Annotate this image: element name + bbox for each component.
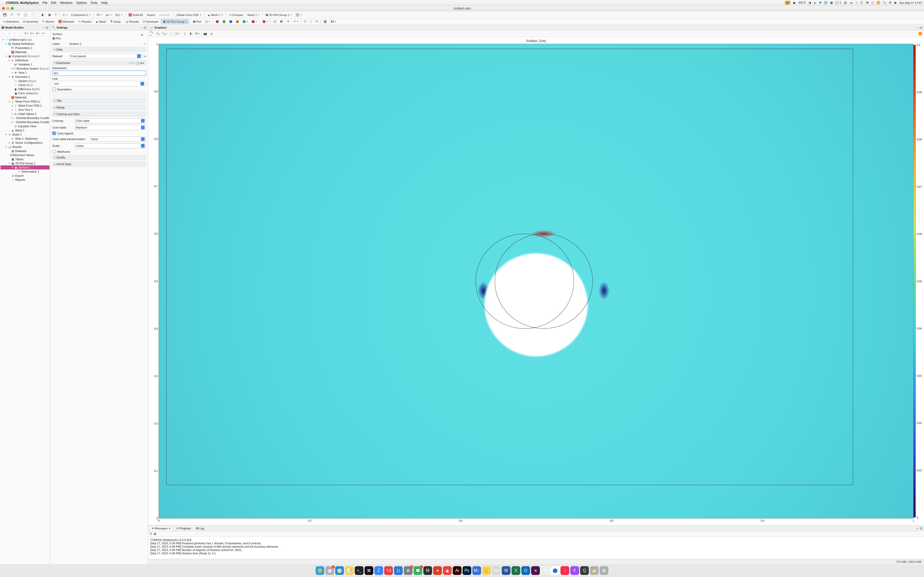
mic-icon[interactable]: 🎤 [785,1,790,5]
status-2-icon[interactable]: ⏵ [814,1,816,4]
dropbox-icon[interactable]: ✥ [819,1,821,4]
wifi-icon[interactable]: 📶 [877,1,880,4]
siri-icon[interactable]: ◉ [894,1,897,4]
status-1-icon[interactable]: ◑ [809,1,811,4]
screenmirror-icon[interactable]: ▢ [871,1,874,4]
battery-icon[interactable]: 🔋 [860,1,863,4]
search-icon[interactable]: 🔍 [883,1,886,4]
menu-options[interactable]: Options [76,1,87,5]
wechat-status-icon[interactable]: 💬 1 [835,1,841,4]
shortcut-icon[interactable]: ⌘ [866,1,869,4]
menubar-app-name[interactable]: COMSOL Multiphysics [6,1,39,5]
menu-windows[interactable]: Windows [60,1,73,5]
bluetooth-icon[interactable]: ᚼ [855,1,857,4]
mac-menubar: COMSOL Multiphysics File Edit Windows Op… [0,0,924,6]
volume-icon[interactable]: 🔊 [844,1,847,4]
menu-help[interactable]: Help [101,1,108,5]
globe-icon[interactable]: 🌐 [824,1,827,4]
menu-edit[interactable]: Edit [51,1,57,5]
record-icon[interactable]: ⏺ [793,1,796,4]
control-center-icon[interactable]: ⚙ [889,1,892,4]
play-icon[interactable]: ⏯ [850,1,853,4]
widget-icon[interactable]: ▦ [830,1,833,4]
menu-file[interactable]: File [42,1,47,5]
ime-indicator[interactable]: 201字 [798,1,806,5]
menu-tools[interactable]: Tools [90,1,98,5]
clock[interactable]: Sun Sep 17 17:47 [899,1,922,4]
